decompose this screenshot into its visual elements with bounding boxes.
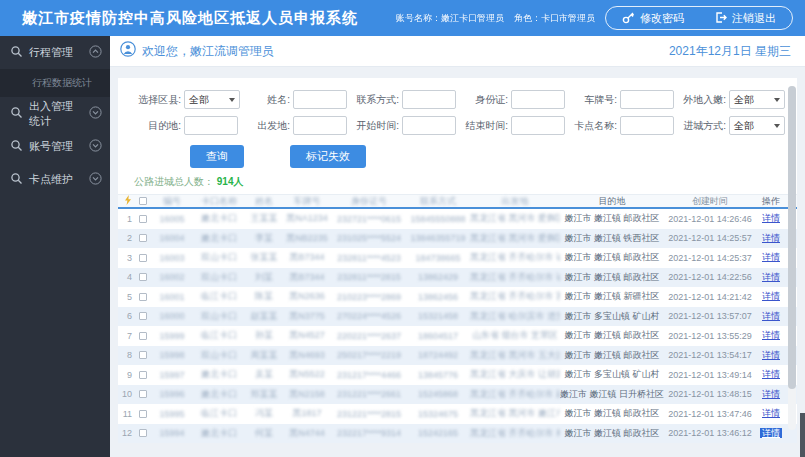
cell-id-card: 231217****4466 bbox=[332, 370, 406, 380]
cell-created-time: 2021-12-01 13:54:17 bbox=[664, 350, 756, 360]
table-scrollbar-thumb[interactable] bbox=[788, 86, 796, 389]
table-row[interactable]: 10 15996 嫩北卡口 郑某某 黑N2158 231221****2661 … bbox=[118, 385, 797, 405]
sidebar-item-account-management[interactable]: 账号管理 bbox=[0, 130, 110, 163]
cell-created-time: 2021-12-01 14:21:42 bbox=[664, 292, 756, 302]
change-password-button[interactable]: 修改密码 bbox=[622, 11, 684, 26]
row-checkbox[interactable] bbox=[139, 234, 147, 242]
detail-link[interactable]: 详情 bbox=[762, 233, 780, 243]
table-row[interactable]: 9 15997 嫩北卡口 吴某 黑N5522 231217****4466 13… bbox=[118, 365, 797, 385]
row-checkbox[interactable] bbox=[139, 254, 147, 262]
cell-created-time: 2021-12-01 13:49:14 bbox=[664, 370, 756, 380]
cell-name: 刘某 bbox=[246, 271, 282, 284]
cell-checkpoint: 嫩北卡口 bbox=[192, 212, 246, 225]
detail-link[interactable]: 详情 bbox=[762, 330, 780, 340]
cell-plate: 黑N5522 bbox=[282, 368, 332, 381]
row-checkbox[interactable] bbox=[139, 332, 147, 340]
cell-checkpoint: 临江卡口 bbox=[192, 329, 246, 342]
row-checkbox[interactable] bbox=[139, 293, 147, 301]
account-name-label: 账号名称：嫩江卡口管理员 bbox=[396, 12, 504, 25]
filter-entry-method: 进城方式: 全部 bbox=[681, 116, 790, 135]
cell-origin: 黑龙江省 哈尔滨市 道里区 bbox=[470, 310, 560, 323]
sidebar-item-trip-data-statistics[interactable]: 行程数据统计 bbox=[0, 69, 110, 97]
cell-created-time: 2021-12-01 13:46:12 bbox=[664, 428, 756, 438]
row-number: 1 bbox=[118, 214, 134, 224]
logout-button[interactable]: 注销退出 bbox=[714, 11, 776, 26]
query-button[interactable]: 查询 bbox=[190, 145, 244, 168]
district-select[interactable]: 全部 bbox=[184, 90, 240, 109]
filter-row-1: 选择区县: 全部 姓名: 联系方式: bbox=[118, 90, 797, 109]
plate-input[interactable] bbox=[620, 90, 674, 109]
cell-id: 16001 bbox=[152, 292, 192, 302]
name-input[interactable] bbox=[293, 90, 347, 109]
table-row[interactable]: 5 16001 临江卡口 陈某 黑N2636 210223****2869 13… bbox=[118, 287, 797, 307]
row-checkbox[interactable] bbox=[139, 429, 147, 437]
detail-link[interactable]: 详情 bbox=[762, 389, 780, 399]
account-role-label: 角色：卡口市管理员 bbox=[514, 12, 595, 25]
row-checkbox[interactable] bbox=[139, 273, 147, 281]
cell-origin: 黑龙江省 齐齐哈尔市 建华区 bbox=[470, 388, 560, 401]
cell-created-time: 2021-12-01 13:55:29 bbox=[664, 331, 756, 341]
sidebar-item-entry-exit-statistics[interactable]: 出入管理统计 bbox=[0, 97, 110, 130]
detail-link[interactable]: 详情 bbox=[762, 350, 780, 360]
row-checkbox[interactable] bbox=[139, 390, 147, 398]
table-row[interactable]: 3 16003 双山卡口 张某某 黑B7344 232811****4523 1… bbox=[118, 248, 797, 268]
id-card-input[interactable] bbox=[511, 90, 565, 109]
cell-name: 周某某 bbox=[246, 349, 282, 362]
row-checkbox[interactable] bbox=[139, 215, 147, 223]
cell-phone: 15321458 bbox=[406, 311, 470, 321]
table-row[interactable]: 7 15999 临江卡口 孙某 黑N4527 220221****2637 18… bbox=[118, 326, 797, 346]
cell-id-card: 232811****4523 bbox=[332, 253, 406, 263]
filter-district: 选择区县: 全部 bbox=[136, 90, 245, 109]
user-icon bbox=[120, 41, 136, 61]
cell-id: 16004 bbox=[152, 233, 192, 243]
stats-label: 公路进城总人数： bbox=[134, 176, 214, 187]
cell-id-card: 232811****2815 bbox=[332, 272, 406, 282]
cell-phone: 15242165 bbox=[406, 428, 470, 438]
end-time-input[interactable] bbox=[511, 116, 565, 135]
sidebar-item-trip-management[interactable]: 行程管理 bbox=[0, 36, 110, 69]
detail-link[interactable]: 详情 bbox=[760, 428, 782, 438]
detail-link[interactable]: 详情 bbox=[762, 311, 780, 321]
row-number: 5 bbox=[118, 292, 134, 302]
row-checkbox[interactable] bbox=[139, 312, 147, 320]
select-all-checkbox[interactable] bbox=[139, 197, 147, 205]
table-row[interactable]: 2 16004 嫩北卡口 李某 黑NB2235 231025****5524 1… bbox=[118, 229, 797, 249]
filter-name: 姓名: bbox=[245, 90, 354, 109]
table-row[interactable]: 1 16005 嫩北卡口 王某某 黑NA1234 232721****0615 … bbox=[118, 209, 797, 229]
checkpoint-name-input[interactable] bbox=[620, 116, 674, 135]
mark-invalid-button[interactable]: 标记失效 bbox=[290, 145, 366, 168]
cell-checkpoint: 双山卡口 bbox=[192, 349, 246, 362]
destination-input[interactable] bbox=[184, 116, 238, 135]
header-name: 姓名 bbox=[246, 195, 282, 208]
entry-method-select[interactable]: 全部 bbox=[729, 116, 785, 135]
outside-entry-select[interactable]: 全部 bbox=[729, 90, 785, 109]
table-row[interactable]: 11 15995 临江卡口 冯某 黑1817 231221****2815 15… bbox=[118, 404, 797, 424]
sidebar-item-checkpoint-maintenance[interactable]: 卡点维护 bbox=[0, 163, 110, 196]
cell-phone: 13846355719 bbox=[406, 233, 470, 243]
detail-link[interactable]: 详情 bbox=[762, 369, 780, 379]
row-checkbox[interactable] bbox=[139, 371, 147, 379]
filter-destination: 目的地: bbox=[136, 116, 245, 135]
dropdown-caret-icon bbox=[774, 124, 780, 128]
table-row[interactable]: 12 15994 嫩北卡口 何某 黑N4744 232217****9314 1… bbox=[118, 424, 797, 444]
table-row[interactable]: 4 16002 双山卡口 刘某 黑B7344 232811****2815 13… bbox=[118, 268, 797, 288]
contact-input[interactable] bbox=[402, 90, 456, 109]
detail-link[interactable]: 详情 bbox=[762, 408, 780, 418]
origin-input[interactable] bbox=[293, 116, 347, 135]
table-row[interactable]: 6 16000 双山卡口 赵某某 黑N3775 270224****4526 1… bbox=[118, 307, 797, 327]
cell-destination: 嫩江市 嫩江镇 邮政社区 bbox=[560, 212, 664, 225]
row-checkbox[interactable] bbox=[139, 351, 147, 359]
table-row[interactable]: 8 15998 双山卡口 周某某 黑N4693 250217****2219 1… bbox=[118, 346, 797, 366]
detail-link[interactable]: 详情 bbox=[762, 252, 780, 262]
detail-link[interactable]: 详情 bbox=[762, 272, 780, 282]
dropdown-caret-icon bbox=[774, 98, 780, 102]
detail-link[interactable]: 详情 bbox=[762, 291, 780, 301]
cell-name: 李某 bbox=[246, 232, 282, 245]
cell-destination: 嫩江市 嫩江镇 邮政社区 bbox=[560, 407, 664, 420]
cell-created-time: 2021-12-01 14:25:57 bbox=[664, 233, 756, 243]
start-time-input[interactable] bbox=[402, 116, 456, 135]
detail-link[interactable]: 详情 bbox=[762, 213, 780, 223]
row-checkbox[interactable] bbox=[139, 410, 147, 418]
page-scrollbar-thumb[interactable] bbox=[800, 413, 805, 457]
header-destination: 目的地 bbox=[560, 195, 664, 208]
